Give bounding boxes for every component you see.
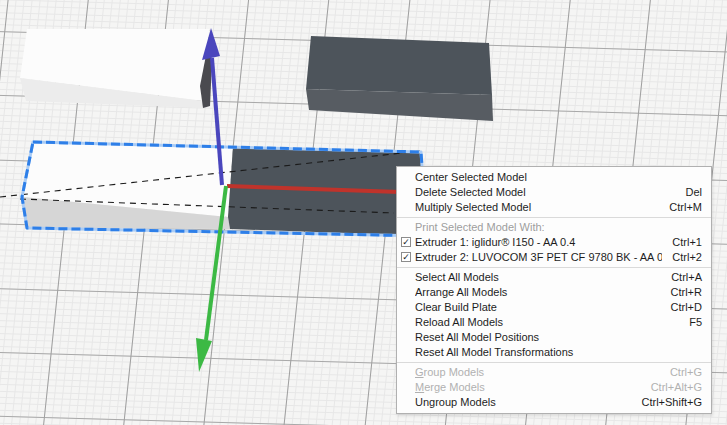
menu-separator [397,217,711,218]
menu-item-shortcut: Ctrl+2 [672,250,702,265]
menu-item-merge-models: Merge ModelsCtrl+Alt+G [397,380,711,395]
menu-item-shortcut: Ctrl+M [669,200,702,215]
menu-item-label: Clear Build Plate [415,300,661,315]
menu-item-label: Reset All Model Positions [415,330,692,345]
menu-separator [397,267,711,268]
menu-item-shortcut: Ctrl+R [671,285,702,300]
menu-item-arrange-all-models[interactable]: Arrange All ModelsCtrl+R [397,285,711,300]
context-menu: Center Selected ModelDelete Selected Mod… [396,166,712,414]
menu-item-label: Select All Models [415,270,661,285]
menu-item-clear-build-plate[interactable]: Clear Build PlateCtrl+D [397,300,711,315]
checkbox-checked-icon: ✓ [401,252,411,262]
menu-item-label: Extruder 2: LUVOCOM 3F PET CF 9780 BK - … [415,250,662,265]
menu-item-label: Merge Models [415,380,641,395]
menu-item-label: Group Models [415,365,660,380]
menu-item-label: Multiply Selected Model [415,200,659,215]
model-dark-top-face[interactable] [306,36,492,95]
menu-item-select-all-models[interactable]: Select All ModelsCtrl+A [397,270,711,285]
menu-item-label: Ungroup Models [415,395,631,410]
menu-item-extruder-2-luvocom-3f-pet-cf-9780-bk-aa-0-4[interactable]: ✓Extruder 2: LUVOCOM 3F PET CF 9780 BK -… [397,250,711,265]
menu-item-label: Reload All Models [415,315,679,330]
menu-item-label: Delete Selected Model [415,185,675,200]
menu-item-multiply-selected-model[interactable]: Multiply Selected ModelCtrl+M [397,200,711,215]
menu-item-shortcut: Ctrl+1 [672,235,702,250]
menu-item-label: Reset All Model Transformations [415,345,692,360]
menu-item-print-selected-model-with: Print Selected Model With: [397,220,711,235]
viewport-3d[interactable]: Center Selected ModelDelete Selected Mod… [0,0,727,425]
menu-item-label: Arrange All Models [415,285,661,300]
menu-item-label: Print Selected Model With: [415,220,692,235]
menu-item-shortcut: Ctrl+Shift+G [641,395,702,410]
menu-item-group-models: Group ModelsCtrl+G [397,365,711,380]
gizmo-y-arrowhead-icon[interactable] [196,338,212,372]
menu-item-label: Extruder 1: iglidur® I150 - AA 0.4 [415,235,662,250]
menu-item-shortcut: Ctrl+A [671,270,702,285]
menu-item-shortcut: Ctrl+Alt+G [651,380,702,395]
menu-separator [397,362,711,363]
menu-item-reset-all-model-transformations[interactable]: Reset All Model Transformations [397,345,711,360]
menu-item-shortcut: F5 [689,315,702,330]
menu-item-shortcut: Ctrl+D [671,300,702,315]
menu-item-ungroup-models[interactable]: Ungroup ModelsCtrl+Shift+G [397,395,711,410]
checkbox-checked-icon: ✓ [401,237,411,247]
menu-item-delete-selected-model[interactable]: Delete Selected ModelDel [397,185,711,200]
menu-item-reload-all-models[interactable]: Reload All ModelsF5 [397,315,711,330]
menu-item-extruder-1-iglidur-i150-aa-0-4[interactable]: ✓Extruder 1: iglidur® I150 - AA 0.4Ctrl+… [397,235,711,250]
menu-item-reset-all-model-positions[interactable]: Reset All Model Positions [397,330,711,345]
menu-item-shortcut: Del [685,185,702,200]
menu-item-label: Center Selected Model [415,170,692,185]
menu-item-center-selected-model[interactable]: Center Selected Model [397,170,711,185]
menu-item-shortcut: Ctrl+G [670,365,702,380]
